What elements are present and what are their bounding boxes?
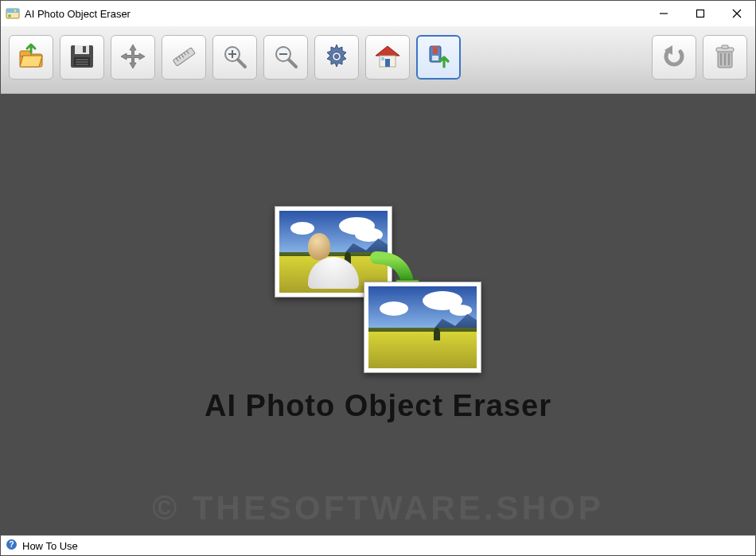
floppy-icon xyxy=(68,42,96,73)
open-icon xyxy=(16,41,46,74)
window-title: AI Photo Object Eraser xyxy=(25,8,131,20)
main-canvas: AI Photo Object Eraser © THESOFTWARE.SHO… xyxy=(1,94,755,535)
undo-button[interactable] xyxy=(652,35,696,80)
svg-rect-1 xyxy=(6,9,19,13)
svg-rect-37 xyxy=(385,59,390,67)
svg-rect-19 xyxy=(173,47,195,65)
title-left: AI Photo Object Eraser xyxy=(6,6,131,21)
svg-text:?: ? xyxy=(9,540,14,549)
app-headline: AI Photo Object Eraser xyxy=(205,389,551,423)
person-silhouette xyxy=(308,233,359,289)
how-to-use-link[interactable]: How To Use xyxy=(22,540,78,552)
titlebar: AI Photo Object Eraser xyxy=(1,1,755,26)
maximize-button[interactable] xyxy=(682,1,719,26)
close-button[interactable] xyxy=(719,1,755,26)
app-icon xyxy=(6,6,20,21)
zoom-in-icon xyxy=(220,42,249,73)
svg-rect-12 xyxy=(75,45,89,54)
settings-button[interactable] xyxy=(314,35,359,80)
before-after-illustration xyxy=(275,206,481,373)
help-icon: ? xyxy=(6,539,18,553)
svg-marker-18 xyxy=(121,45,145,68)
svg-rect-41 xyxy=(432,56,438,60)
svg-line-26 xyxy=(238,60,245,67)
svg-point-3 xyxy=(14,10,17,12)
home-icon xyxy=(372,41,403,74)
watermark-text: © THESOFTWARE.SHOP xyxy=(1,489,755,527)
move-icon xyxy=(119,42,147,73)
move-button[interactable] xyxy=(111,35,155,80)
ruler-icon xyxy=(170,42,198,73)
gear-icon xyxy=(321,41,352,74)
home-button[interactable] xyxy=(365,35,410,80)
delete-button[interactable] xyxy=(703,35,747,80)
app-window: AI Photo Object Eraser xyxy=(0,0,756,556)
photo-after xyxy=(364,282,481,373)
window-controls xyxy=(645,1,755,26)
toolbar xyxy=(1,26,755,94)
svg-marker-10 xyxy=(20,56,42,67)
save-button[interactable] xyxy=(60,35,104,80)
trash-icon xyxy=(711,42,739,73)
svg-rect-5 xyxy=(697,10,704,17)
zoom-out-button[interactable] xyxy=(263,35,308,80)
zoom-in-button[interactable] xyxy=(212,35,257,80)
svg-rect-45 xyxy=(722,45,728,49)
enhance-button[interactable] xyxy=(416,35,461,80)
enhance-icon xyxy=(423,41,454,74)
open-button[interactable] xyxy=(9,35,53,80)
svg-marker-35 xyxy=(376,46,399,56)
center-illustration: AI Photo Object Eraser xyxy=(205,206,551,423)
minimize-button[interactable] xyxy=(645,1,682,26)
statusbar: ? How To Use xyxy=(1,535,755,555)
svg-rect-38 xyxy=(381,57,384,60)
svg-rect-13 xyxy=(83,46,86,52)
undo-icon xyxy=(660,42,688,73)
svg-point-2 xyxy=(8,14,11,17)
zoom-out-icon xyxy=(271,42,300,73)
svg-rect-40 xyxy=(433,46,438,54)
measure-button[interactable] xyxy=(162,35,206,80)
svg-line-30 xyxy=(289,60,296,67)
svg-point-34 xyxy=(335,54,339,58)
